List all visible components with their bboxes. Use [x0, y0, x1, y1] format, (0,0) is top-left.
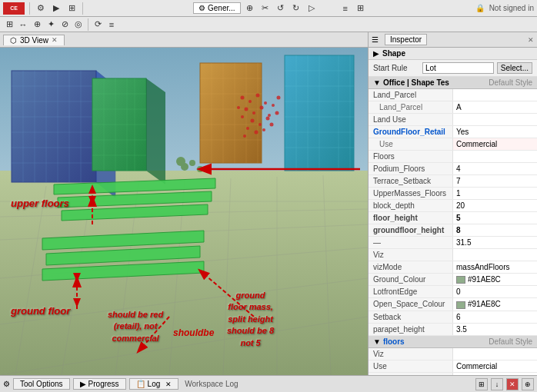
svg-line-8: [15, 186, 46, 375]
office-shape-section[interactable]: ▼ Office | Shape Tes Default Style: [369, 77, 537, 89]
tool-options-label: Tool Options: [20, 380, 63, 388]
svg-rect-51: [285, 55, 354, 171]
nav-icon-3[interactable]: ↺: [275, 3, 287, 14]
prop-lotfront-edge: LotfrontEdge 0: [369, 286, 537, 298]
nav-icon-2[interactable]: ✂: [259, 3, 272, 14]
triangle-icon: ▶: [373, 49, 379, 58]
view-icon-4[interactable]: ✦: [45, 19, 57, 30]
view-icon-3[interactable]: ⊕: [31, 19, 43, 30]
svg-marker-68: [42, 261, 204, 281]
prop-setback: Setback 6: [369, 311, 537, 324]
floors-section-label: floors: [383, 337, 486, 346]
svg-point-85: [272, 104, 275, 107]
svg-marker-64: [58, 191, 212, 208]
workspace-log-label: Workspace Log: [185, 380, 238, 388]
svg-point-81: [241, 115, 244, 118]
bottom-btn-1[interactable]: ⊞: [475, 378, 488, 390]
view-icon-8[interactable]: ≡: [105, 19, 118, 30]
nav-icon-1[interactable]: ⊕: [244, 3, 256, 14]
toolbar-icon-2[interactable]: ▶: [50, 3, 62, 14]
view-icon-1[interactable]: ⊞: [3, 19, 15, 30]
default-style-label: Default Style: [489, 78, 532, 87]
prop-land-parcel-val: Land_Parcel A: [369, 101, 537, 114]
toolbar-icon-3[interactable]: ⊞: [65, 3, 78, 14]
open-space-swatch: [456, 301, 465, 309]
prop-groundfloor-retail: GroundFloor_Retail Yes: [369, 126, 537, 138]
svg-point-92: [277, 96, 281, 100]
bottom-btn-3[interactable]: ✕: [506, 378, 519, 390]
prop-groundfloor-height: groundfloor_height 8: [369, 224, 537, 237]
viewport[interactable]: upper floors ground floor should be red(…: [0, 48, 368, 375]
view-icon-7[interactable]: ⟳: [92, 19, 104, 30]
prop-podium-floors: Podium_Floors 4: [369, 163, 537, 175]
prop-floors-viz: Viz: [369, 348, 537, 360]
app-logo: CE: [3, 2, 25, 15]
svg-rect-29: [92, 78, 146, 171]
progress-icon: ▶: [80, 380, 86, 388]
bottom-btn-4[interactable]: ⊕: [522, 378, 534, 390]
svg-point-84: [266, 117, 270, 121]
view-icon-5[interactable]: ⊘: [58, 19, 71, 30]
svg-point-76: [264, 101, 267, 105]
view-icon-6[interactable]: ◎: [72, 19, 85, 30]
floors-default-label: Default Style: [489, 337, 532, 346]
log-icon: 📋: [136, 380, 145, 388]
tool-options-tab[interactable]: Tool Options: [13, 378, 70, 390]
svg-point-78: [252, 111, 255, 115]
inspector-panel: ☰ Inspector ✕ ▶ Shape Start Rule Lot Sel…: [368, 32, 537, 375]
view-panel: ⬡ 3D View ✕: [0, 32, 368, 375]
svg-line-7: [0, 317, 368, 375]
view-icon-2[interactable]: ↔: [17, 19, 29, 30]
toolbar-icon-1[interactable]: ⚙: [35, 3, 47, 14]
svg-point-75: [256, 94, 260, 98]
nav-icon-4[interactable]: ↻: [290, 3, 302, 14]
select-button[interactable]: Select...: [497, 62, 532, 74]
main-area: ⬡ 3D View ✕: [0, 32, 537, 375]
prop-block-depth: block_depth 20: [369, 200, 537, 212]
nav-icon-6[interactable]: ≡: [339, 3, 352, 14]
prop-land-use: Land Use: [369, 114, 537, 126]
svg-line-4: [0, 224, 368, 240]
3d-icon: ⬡: [10, 36, 17, 45]
prop-floor-height: floor_height 5: [369, 212, 537, 224]
signin-status[interactable]: Not signed in: [489, 4, 534, 12]
prop-terrace-setback: Terrace_Setback 7: [369, 175, 537, 188]
workspace-log: Workspace Log: [182, 380, 472, 388]
inspector-close[interactable]: ✕: [528, 36, 534, 44]
svg-point-93: [237, 106, 240, 109]
bottom-right-controls: ⊞ ↓ ✕ ⊕: [475, 378, 534, 390]
prop-viz-mode: vizMode massAndFloors: [369, 261, 537, 274]
svg-point-80: [268, 114, 271, 117]
svg-marker-101: [73, 273, 81, 282]
start-rule-input[interactable]: Lot: [422, 62, 494, 74]
start-rule-label: Start Rule: [373, 64, 419, 72]
svg-point-77: [245, 108, 248, 111]
floors-section[interactable]: ▼ floors Default Style: [369, 336, 537, 348]
svg-line-6: [0, 278, 368, 324]
toolbar-middle: ⚙ Gener... ⊕ ✂ ↺ ↻ ▷ ≡ ⊞: [88, 2, 472, 14]
3d-view-tab[interactable]: ⬡ 3D View ✕: [3, 35, 65, 45]
svg-point-91: [243, 135, 246, 138]
nav-icon-5[interactable]: ▷: [305, 3, 318, 14]
nav-icon-7[interactable]: ⊞: [355, 3, 367, 14]
svg-line-11: [169, 180, 185, 375]
svg-marker-102: [73, 298, 81, 307]
svg-point-79: [260, 106, 264, 110]
inspector-tab[interactable]: Inspector: [385, 34, 427, 45]
svg-line-10: [115, 182, 138, 375]
generate-button[interactable]: ⚙ Gener...: [193, 2, 241, 14]
view-tab-label: 3D View: [20, 36, 48, 45]
log-close[interactable]: ✕: [165, 380, 172, 388]
view-tab-close[interactable]: ✕: [52, 36, 58, 44]
separator: [82, 2, 83, 15]
svg-marker-28: [96, 71, 115, 198]
log-tab[interactable]: 📋 Log ✕: [129, 378, 179, 390]
svg-rect-0: [0, 48, 368, 201]
prop-upper-masses: UpperMasses_Floors 1: [369, 188, 537, 200]
prop-parapet-height: parapet_height 3.5: [369, 324, 537, 336]
progress-tab[interactable]: ▶ Progress: [73, 378, 126, 390]
svg-point-83: [258, 123, 262, 126]
generate-icon: ⚙: [198, 4, 205, 12]
ground-floor-mass-label: groundfloor mass,split heightshould be 8…: [227, 290, 274, 349]
bottom-btn-2[interactable]: ↓: [491, 378, 503, 390]
